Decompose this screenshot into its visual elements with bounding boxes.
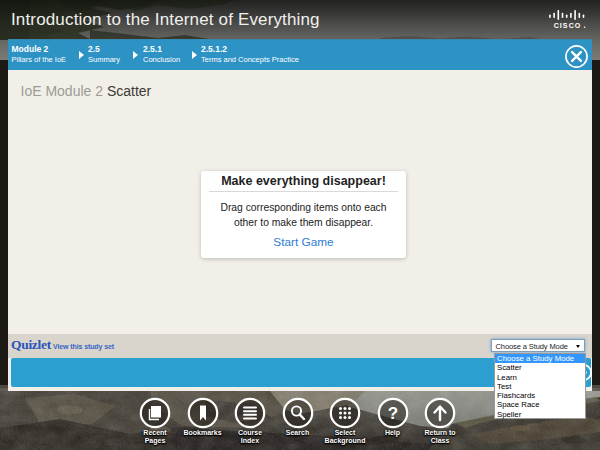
svg-text:CISCO: CISCO — [554, 22, 582, 29]
svg-text:?: ? — [387, 404, 397, 423]
